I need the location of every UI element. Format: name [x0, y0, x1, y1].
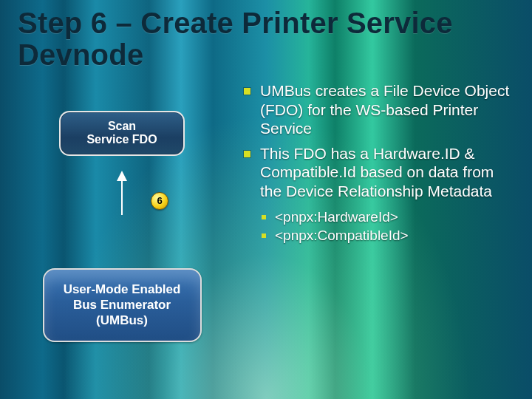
bullet-item: UMBus creates a File Device Object (FDO)…: [244, 81, 517, 138]
sub-bullet-text: <pnpx:HardwareId>: [275, 209, 398, 225]
bullet-item: This FDO has a Hardware.ID & Compatible.…: [244, 144, 517, 201]
bullet-list: UMBus creates a File Device Object (FDO)…: [244, 81, 517, 245]
node-scan-service-fdo: ScanService FDO: [59, 111, 185, 156]
arrow-shaft: [121, 180, 123, 215]
slide: Step 6 – Create Printer Service Devnode …: [0, 0, 532, 399]
diagram: ScanService FDO 6 User-Mode EnabledBus E…: [22, 111, 222, 342]
step-badge: 6: [151, 192, 168, 210]
sub-bullet-text: <pnpx:CompatibleId>: [275, 228, 409, 243]
sub-bullet-item: <pnpx:HardwareId>: [244, 208, 517, 225]
bullet-text: This FDO has a Hardware.ID & Compatible.…: [260, 145, 494, 200]
sub-bullet-item: <pnpx:CompatibleId>: [244, 227, 517, 244]
node-umbus: User-Mode EnabledBus Enumerator(UMBus): [43, 268, 202, 342]
bullet-text: UMBus creates a File Device Object (FDO)…: [260, 82, 509, 137]
slide-title: Step 6 – Create Printer Service Devnode: [18, 7, 514, 71]
arrow-up: [107, 159, 137, 211]
